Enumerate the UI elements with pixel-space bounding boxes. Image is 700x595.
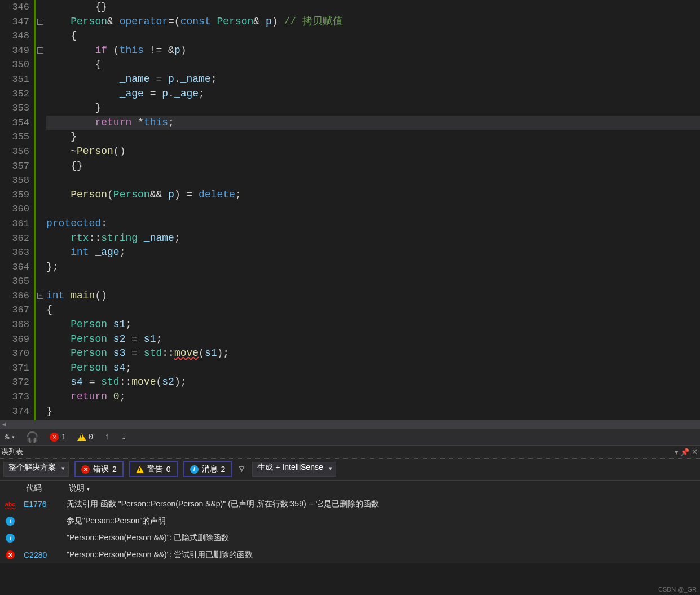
errors-filter-pill[interactable]: ✕ 错误 2 (74, 461, 124, 477)
nav-up-icon[interactable]: ↑ (104, 432, 110, 442)
error-icon: ✕ (50, 433, 59, 442)
fold-toggle[interactable]: − (37, 293, 43, 299)
info-icon: i (6, 534, 15, 543)
error-description: 无法引用 函数 "Person::Person(Person &&p)" (已声… (63, 499, 700, 509)
warning-icon (77, 433, 86, 441)
info-icon: i (6, 517, 15, 526)
watermark: CSDN @_GR (658, 586, 697, 593)
error-row[interactable]: i参见"Person::Person"的声明 (0, 513, 700, 530)
fold-toggle[interactable]: − (37, 47, 43, 54)
error-description: 参见"Person::Person"的声明 (63, 516, 700, 526)
code-editor[interactable]: 3463473483493503513523533543553563573583… (0, 0, 700, 420)
scroll-left-icon[interactable]: ◂ (0, 420, 8, 428)
error-list-panel-header: 误列表 ▾ 📌 ✕ (0, 445, 700, 459)
status-warnings[interactable]: 0 (77, 433, 93, 442)
error-code: C2280 (20, 550, 63, 559)
intellisense-error-icon: abc (5, 501, 16, 508)
warnings-filter-pill[interactable]: 警告 0 (129, 461, 178, 477)
error-row[interactable]: abcE1776无法引用 函数 "Person::Person(Person &… (0, 496, 700, 513)
code-area[interactable]: {} Person& operator=(const Person& p) //… (45, 0, 700, 420)
zoom-percent[interactable]: % ▾ (5, 433, 15, 442)
fold-column[interactable]: −−− (36, 0, 45, 420)
panel-title: 误列表 (1, 447, 23, 457)
error-icon: ✕ (81, 465, 90, 474)
warning-icon (136, 466, 144, 473)
info-icon: i (190, 465, 199, 474)
error-description: "Person::Person(Person &&)": 已隐式删除函数 (63, 533, 700, 543)
error-icon: ✕ (6, 550, 15, 559)
error-row[interactable]: i"Person::Person(Person &&)": 已隐式删除函数 (0, 530, 700, 546)
error-list-columns: 代码 说明 ▾ (0, 480, 700, 496)
column-description[interactable]: 说明 ▾ (63, 483, 95, 493)
column-code[interactable]: 代码 (20, 483, 63, 493)
error-row[interactable]: ✕C2280"Person::Person(Person &&)": 尝试引用已… (0, 546, 700, 563)
intellisense-icon[interactable]: 🎧 (26, 431, 38, 443)
status-bar: % ▾ 🎧 ✕ 1 0 ↑ ↓ (0, 428, 700, 445)
nav-down-icon[interactable]: ↓ (121, 432, 127, 442)
status-errors[interactable]: ✕ 1 (50, 433, 65, 442)
filter-icon[interactable]: ⛛ (237, 464, 246, 474)
pin-icon[interactable]: ▾ 📌 ✕ (675, 448, 700, 456)
fold-toggle[interactable]: − (37, 19, 43, 25)
error-code: E1776 (20, 500, 63, 509)
horizontal-scrollbar[interactable]: ◂ (0, 420, 700, 428)
source-selector[interactable]: 生成 + IntelliSense (252, 462, 336, 477)
error-list-toolbar: 整个解决方案 ✕ 错误 2 警告 0 i 消息 2 ⛛ 生成 + Intelli… (0, 459, 700, 480)
error-list[interactable]: abcE1776无法引用 函数 "Person::Person(Person &… (0, 496, 700, 563)
messages-filter-pill[interactable]: i 消息 2 (183, 461, 232, 477)
scope-selector[interactable]: 整个解决方案 (3, 462, 69, 477)
error-description: "Person::Person(Person &&)": 尝试引用已删除的函数 (63, 550, 700, 560)
line-number-gutter: 3463473483493503513523533543553563573583… (0, 0, 34, 420)
